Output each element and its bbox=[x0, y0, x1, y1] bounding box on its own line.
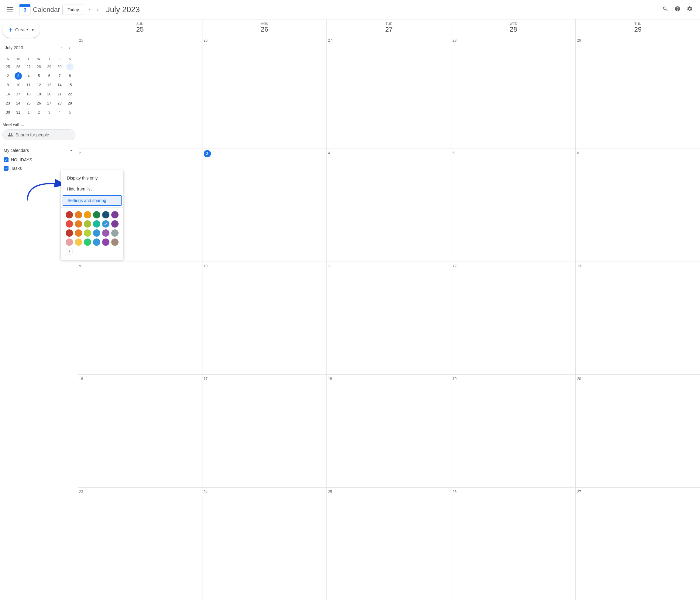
mini-cal-day[interactable]: 28 bbox=[34, 62, 44, 71]
mini-cal-day[interactable]: 3 bbox=[44, 108, 54, 117]
cell-jul5[interactable]: 5 bbox=[451, 149, 576, 261]
calendar-checkbox-tasks[interactable] bbox=[4, 166, 8, 171]
mini-cal-day[interactable]: 14 bbox=[55, 81, 65, 89]
cell-jun27[interactable]: 27 bbox=[327, 36, 451, 149]
color-swatch-tangerine[interactable] bbox=[84, 211, 91, 218]
color-swatch-tomato2[interactable] bbox=[66, 220, 73, 228]
cell-jul25[interactable]: 25 bbox=[327, 488, 451, 600]
mini-cal-day[interactable]: 26 bbox=[34, 99, 44, 108]
cell-jul3[interactable]: 3 bbox=[202, 149, 327, 261]
mini-cal-day[interactable]: 15 bbox=[65, 81, 75, 89]
color-swatch-yellow4[interactable] bbox=[75, 238, 82, 246]
cell-jul17[interactable]: 17 bbox=[202, 374, 327, 487]
mini-cal-prev[interactable]: ‹ bbox=[59, 44, 65, 52]
cell-jul13[interactable]: 13 bbox=[576, 262, 700, 374]
dropdown-item-hide[interactable]: Hide from list bbox=[61, 183, 123, 194]
calendar-item-holidays[interactable]: HOLIDAYS ! bbox=[2, 156, 75, 164]
cell-jul11[interactable]: 11 bbox=[327, 262, 451, 374]
cell-jul27[interactable]: 27 bbox=[576, 488, 700, 600]
color-swatch-banana[interactable] bbox=[75, 220, 82, 228]
mini-cal-day[interactable]: 19 bbox=[34, 90, 44, 99]
settings-button[interactable] bbox=[684, 3, 695, 16]
mini-cal-day[interactable]: 13 bbox=[44, 81, 54, 89]
color-swatch-peacock[interactable] bbox=[102, 211, 109, 218]
menu-button[interactable] bbox=[5, 5, 15, 15]
mini-cal-day[interactable]: 20 bbox=[44, 90, 54, 99]
mini-cal-day[interactable]: 9 bbox=[3, 81, 13, 89]
mini-cal-day[interactable]: 4 bbox=[55, 108, 65, 117]
mini-cal-day[interactable]: 22 bbox=[65, 90, 75, 99]
create-button[interactable]: + Create ▾ bbox=[2, 22, 40, 38]
mini-cal-day[interactable]: 25 bbox=[24, 99, 33, 108]
mini-cal-day[interactable]: 10 bbox=[14, 81, 23, 89]
mini-cal-day[interactable]: 11 bbox=[24, 81, 33, 89]
color-swatch-blue4[interactable] bbox=[93, 238, 100, 246]
search-button[interactable] bbox=[660, 3, 671, 16]
color-swatch-blue3[interactable] bbox=[93, 229, 100, 237]
color-swatch-sage2[interactable] bbox=[84, 220, 91, 228]
cell-jul16[interactable]: 16 bbox=[78, 374, 202, 487]
mini-cal-day[interactable]: 2 bbox=[3, 72, 13, 80]
mini-cal-day[interactable]: 24 bbox=[14, 99, 23, 108]
cell-jul19[interactable]: 19 bbox=[451, 374, 576, 487]
mini-cal-next[interactable]: › bbox=[67, 44, 73, 52]
color-swatch-pink4[interactable] bbox=[66, 238, 73, 246]
mini-cal-day[interactable]: 30 bbox=[55, 62, 65, 71]
next-button[interactable]: › bbox=[95, 4, 101, 15]
color-swatch-flamingo[interactable] bbox=[75, 211, 82, 218]
my-calendars-header[interactable]: My calendars bbox=[2, 145, 75, 156]
mini-cal-day[interactable]: 27 bbox=[44, 99, 54, 108]
mini-cal-day[interactable]: 7 bbox=[55, 72, 65, 80]
mini-cal-day[interactable]: 1 bbox=[65, 62, 75, 71]
mini-cal-day[interactable]: 5 bbox=[34, 72, 44, 80]
mini-cal-day[interactable]: 12 bbox=[34, 81, 44, 89]
prev-button[interactable]: ‹ bbox=[86, 4, 93, 15]
color-swatch-orange3[interactable] bbox=[75, 229, 82, 237]
color-swatch-red3[interactable] bbox=[66, 229, 73, 237]
cell-jun28[interactable]: 28 bbox=[451, 36, 576, 149]
cell-jul4[interactable]: 4 bbox=[327, 149, 451, 261]
add-custom-color-button[interactable]: + bbox=[66, 247, 73, 255]
color-swatch-lavender[interactable] bbox=[111, 220, 119, 228]
mini-cal-day[interactable]: 28 bbox=[55, 99, 65, 108]
mini-cal-day[interactable]: 6 bbox=[44, 72, 54, 80]
color-swatch-purple4[interactable] bbox=[102, 238, 109, 246]
mini-cal-day[interactable]: 30 bbox=[3, 108, 13, 117]
mini-cal-day[interactable]: 31 bbox=[14, 108, 23, 117]
color-swatch-tomato[interactable] bbox=[66, 211, 73, 218]
mini-cal-day[interactable]: 16 bbox=[3, 90, 13, 99]
cell-jul9[interactable]: 9 bbox=[78, 262, 202, 374]
cell-jul24[interactable]: 24 bbox=[202, 488, 327, 600]
dropdown-item-display-only[interactable]: Display this only bbox=[61, 173, 123, 183]
mini-cal-day[interactable]: 17 bbox=[14, 90, 23, 99]
mini-cal-day[interactable]: 8 bbox=[65, 72, 75, 80]
mini-cal-day[interactable]: 1 bbox=[24, 108, 33, 117]
color-swatch-green4[interactable] bbox=[84, 238, 91, 246]
cell-jul26[interactable]: 26 bbox=[451, 488, 576, 600]
color-swatch-grape[interactable] bbox=[111, 211, 119, 218]
help-button[interactable] bbox=[672, 3, 683, 16]
color-swatch-sage[interactable] bbox=[93, 211, 100, 218]
mini-cal-day[interactable]: 27 bbox=[24, 62, 33, 71]
mini-cal-day[interactable]: 26 bbox=[14, 62, 23, 71]
mini-cal-day[interactable]: 29 bbox=[44, 62, 54, 71]
cell-jul6[interactable]: 6 bbox=[576, 149, 700, 261]
cell-jul10[interactable]: 10 bbox=[202, 262, 327, 374]
cell-jun26[interactable]: 26 bbox=[202, 36, 327, 149]
cell-jul18[interactable]: 18 bbox=[327, 374, 451, 487]
cell-jun29[interactable]: 29 bbox=[576, 36, 700, 149]
mini-cal-day[interactable]: 18 bbox=[24, 90, 33, 99]
color-swatch-peacock2[interactable] bbox=[102, 220, 109, 228]
mini-cal-day[interactable]: 3 bbox=[14, 72, 23, 80]
color-swatch-gray3[interactable] bbox=[111, 229, 119, 237]
color-swatch-purple3[interactable] bbox=[102, 229, 109, 237]
dropdown-item-settings[interactable]: Settings and sharing bbox=[62, 195, 122, 206]
mini-cal-day[interactable]: 21 bbox=[55, 90, 65, 99]
color-swatch-basil[interactable] bbox=[93, 220, 100, 228]
mini-cal-day[interactable]: 2 bbox=[34, 108, 44, 117]
color-swatch-green3[interactable] bbox=[84, 229, 91, 237]
color-swatch-brown4[interactable] bbox=[111, 238, 119, 246]
cell-jul20[interactable]: 20 bbox=[576, 374, 700, 487]
cell-jun25[interactable]: 25 bbox=[78, 36, 202, 149]
mini-cal-day[interactable]: 4 bbox=[24, 72, 33, 80]
